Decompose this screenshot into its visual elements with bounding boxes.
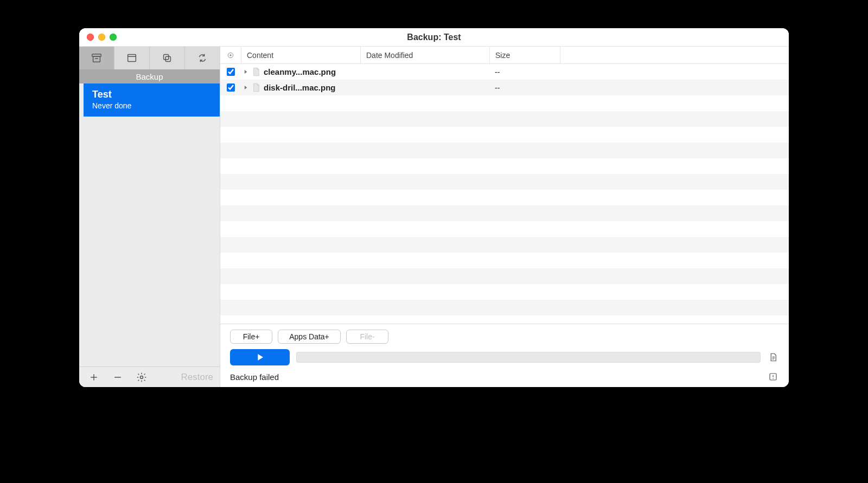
sidebar-list: Test Never done [79, 83, 220, 366]
column-extra [560, 47, 789, 63]
row-checkbox[interactable] [220, 68, 241, 76]
archive-box-icon [91, 52, 103, 64]
row-name: disk-dril...mac.png [261, 83, 360, 92]
row-size: -- [489, 68, 560, 76]
table-row-empty [220, 190, 789, 205]
table-row-empty [220, 205, 789, 221]
close-icon[interactable] [87, 34, 94, 41]
main-panel: Content Date Modified Size cleanmy...mac… [220, 47, 789, 387]
sidebar: Backup Test Never done Restore [79, 47, 220, 387]
sidebar-heading: Backup [79, 69, 220, 83]
sidebar-item-test[interactable]: Test Never done [84, 83, 220, 117]
add-task-button[interactable] [86, 369, 102, 385]
app-window: Backup: Test Backup T [79, 28, 789, 387]
tab-storage[interactable] [114, 47, 150, 69]
window-controls [79, 34, 117, 41]
zoom-icon[interactable] [110, 34, 117, 41]
gear-icon [136, 372, 147, 383]
run-row [230, 349, 779, 365]
alert-icon [768, 372, 778, 382]
log-button[interactable] [767, 351, 779, 363]
run-button[interactable] [230, 349, 290, 365]
table-row[interactable]: disk-dril...mac.png-- [220, 80, 789, 95]
row-size: -- [489, 83, 560, 92]
svg-rect-1 [93, 56, 100, 62]
row-name: cleanmy...mac.png [261, 67, 360, 76]
titlebar: Backup: Test [79, 28, 789, 47]
window-title: Backup: Test [79, 33, 789, 42]
warning-button[interactable] [767, 371, 779, 383]
svg-point-12 [230, 54, 231, 55]
sidebar-item-subtitle: Never done [92, 101, 211, 110]
table-body: cleanmy...mac.png--disk-dril...mac.png-- [220, 64, 789, 324]
status-text: Backup failed [230, 372, 279, 382]
table-header: Content Date Modified Size [220, 47, 789, 64]
plus-icon [88, 372, 99, 383]
table-row-empty [220, 221, 789, 237]
minus-icon [112, 372, 123, 383]
box-icon [126, 52, 138, 64]
table-row-empty [220, 284, 789, 300]
bottom-bar: File+ Apps Data+ File- Backup failed [220, 324, 789, 387]
sidebar-tabs [79, 47, 220, 69]
table-row-empty [220, 95, 789, 111]
tab-clone[interactable] [150, 47, 185, 69]
copy-icon [161, 52, 173, 64]
file-icon [251, 67, 261, 76]
column-content[interactable]: Content [241, 47, 360, 63]
file-add-button[interactable]: File+ [230, 330, 272, 344]
file-buttons: File+ Apps Data+ File- [230, 330, 779, 344]
table-row-empty [220, 315, 789, 324]
progress-bar [296, 352, 761, 363]
file-icon [251, 83, 261, 92]
svg-rect-3 [128, 55, 136, 62]
settings-button[interactable] [133, 369, 150, 385]
target-icon [227, 51, 234, 59]
table-row-empty [220, 237, 789, 253]
table-row-empty [220, 174, 789, 190]
table-row-empty [220, 268, 789, 284]
minimize-icon[interactable] [98, 34, 105, 41]
table-row-empty [220, 143, 789, 158]
document-icon [768, 352, 778, 362]
table-row[interactable]: cleanmy...mac.png-- [220, 64, 789, 80]
column-target[interactable] [220, 51, 241, 59]
table-row-empty [220, 111, 789, 127]
remove-task-button[interactable] [110, 369, 126, 385]
chevron-right-icon[interactable] [241, 85, 251, 90]
table-row-empty [220, 127, 789, 143]
table-row-empty [220, 300, 789, 315]
table-row-empty [220, 253, 789, 268]
chevron-right-icon[interactable] [241, 69, 251, 74]
svg-point-10 [141, 376, 143, 378]
sidebar-footer: Restore [79, 366, 220, 387]
svg-point-18 [773, 378, 774, 379]
sidebar-item-name: Test [92, 89, 211, 100]
apps-data-button[interactable]: Apps Data+ [278, 330, 341, 344]
restore-button: Restore [181, 372, 213, 383]
row-checkbox[interactable] [220, 83, 241, 92]
tab-backup[interactable] [79, 47, 114, 69]
sync-icon [196, 52, 208, 64]
column-date[interactable]: Date Modified [360, 47, 489, 63]
table-row-empty [220, 158, 789, 174]
column-size[interactable]: Size [489, 47, 560, 63]
play-icon [255, 352, 265, 362]
tab-sync[interactable] [185, 47, 220, 69]
status-row: Backup failed [230, 371, 779, 383]
file-remove-button: File- [346, 330, 388, 344]
